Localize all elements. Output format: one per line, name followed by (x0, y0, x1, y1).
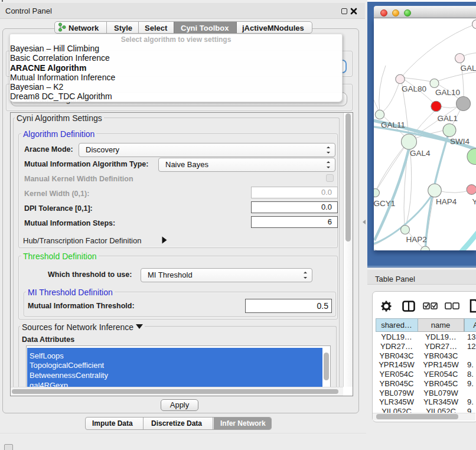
svg-text:GAL11: GAL11 (381, 120, 405, 129)
svg-text:Y: Y (472, 197, 476, 206)
svg-text:GAL10: GAL10 (435, 88, 460, 97)
svg-text:GAL80: GAL80 (402, 84, 426, 93)
svg-text:HAP4: HAP4 (436, 197, 457, 206)
svg-text:HAP2: HAP2 (406, 235, 427, 244)
svg-text:GAL1: GAL1 (438, 114, 458, 123)
svg-text:GAL: GAL (461, 64, 476, 73)
svg-text:GAL4: GAL4 (410, 149, 431, 158)
svg-text:GCY1: GCY1 (374, 199, 395, 208)
svg-text:SWI4: SWI4 (450, 137, 470, 146)
